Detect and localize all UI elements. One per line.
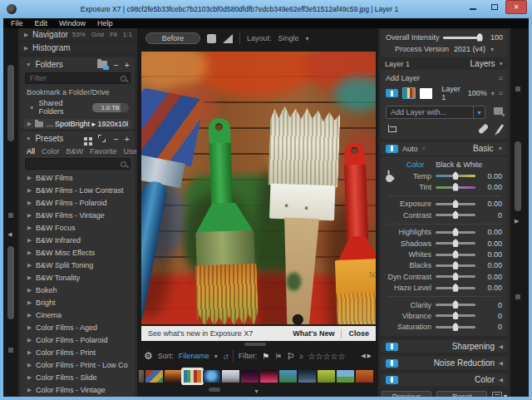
preset-group[interactable]: ▶B&W Films - Polaroid bbox=[21, 196, 135, 209]
filmstrip-thumbnail[interactable] bbox=[139, 370, 144, 383]
chevron-left-icon[interactable]: ◀ bbox=[499, 377, 503, 383]
photo-canvas[interactable]: 50 bbox=[141, 52, 376, 324]
exposure-slider[interactable] bbox=[436, 203, 475, 205]
reset-button[interactable]: Reset bbox=[436, 391, 486, 397]
filmstrip-thumbnail[interactable] bbox=[145, 370, 163, 383]
chevron-down-icon[interactable]: ▼ bbox=[498, 146, 503, 151]
chevron-down-icon[interactable]: ▾ bbox=[491, 90, 495, 97]
clarity-slider[interactable] bbox=[436, 304, 475, 306]
layer-name[interactable]: Layer 1 bbox=[441, 85, 464, 101]
menu-edit[interactable]: Edit bbox=[35, 19, 48, 27]
copy-settings-icon[interactable] bbox=[492, 392, 502, 397]
haze-level-slider[interactable] bbox=[436, 287, 475, 289]
filmstrip-thumbnail[interactable] bbox=[298, 370, 316, 383]
layer-visibility-toggle[interactable] bbox=[386, 89, 398, 97]
add-layer-button[interactable]: Add Layer bbox=[386, 74, 420, 82]
layout-value[interactable]: Single bbox=[278, 34, 299, 42]
tab-color[interactable]: Color bbox=[406, 160, 425, 169]
minimize-button[interactable] bbox=[462, 0, 484, 13]
filmstrip-thumbnail[interactable] bbox=[241, 370, 259, 383]
maximize-button[interactable] bbox=[484, 0, 505, 13]
basic-enabled-toggle[interactable] bbox=[386, 145, 398, 153]
sharpening-panel-header[interactable]: Sharpening ◀ bbox=[381, 340, 508, 353]
filmstrip-thumbnail[interactable] bbox=[222, 370, 239, 383]
panel-splitter-handle[interactable] bbox=[515, 86, 520, 91]
title-bar[interactable]: Exposure X7 | c98cf2fe5b33fcebc7b2103cbf… bbox=[0, 0, 532, 18]
tab-black-white[interactable]: Black & White bbox=[436, 160, 482, 169]
color-panel-header[interactable]: Color ◀ bbox=[381, 373, 508, 386]
collapse-right-panel-icon[interactable]: ▶ bbox=[515, 218, 519, 225]
star-rating-filter[interactable]: ☆☆☆☆☆ bbox=[308, 352, 346, 361]
chevron-down-icon[interactable]: ▾ bbox=[306, 35, 309, 42]
preset-group[interactable]: ▶B&W Films - Low Contrast bbox=[21, 184, 135, 196]
preset-group[interactable]: ▶B&W Infrared bbox=[21, 234, 135, 246]
noise-reduction-panel-header[interactable]: Noise Reduction ◀ bbox=[381, 357, 508, 369]
crop-icon[interactable] bbox=[387, 125, 396, 133]
split-view-icon[interactable] bbox=[223, 34, 233, 43]
panel-splitter-handle[interactable] bbox=[8, 348, 13, 353]
scroll-left-icon[interactable]: ◀ bbox=[361, 353, 365, 359]
whats-new-button[interactable]: What's New bbox=[293, 329, 334, 338]
flag-unflagged-icon[interactable]: ⚑ bbox=[287, 352, 294, 361]
auto-menu-icon[interactable]: ≡ bbox=[422, 146, 426, 151]
collapse-left-panel-icon[interactable]: ◀ bbox=[7, 231, 12, 238]
scrollbar[interactable] bbox=[515, 141, 521, 211]
brush-icon[interactable] bbox=[496, 124, 504, 134]
tab-color[interactable]: Color bbox=[42, 147, 60, 156]
auto-button[interactable]: Auto bbox=[402, 145, 418, 153]
preset-group[interactable]: ▶Bokeh bbox=[21, 284, 135, 296]
grid-view-icon[interactable] bbox=[84, 137, 87, 141]
panel-splitter-handle[interactable] bbox=[515, 294, 520, 299]
saturation-slider[interactable] bbox=[436, 326, 475, 328]
scrollbar[interactable] bbox=[7, 246, 14, 319]
actual-size-button[interactable]: 1:1 bbox=[123, 31, 132, 38]
chevron-down-icon[interactable]: ▾ bbox=[490, 46, 494, 53]
close-button[interactable]: ✕ bbox=[505, 0, 527, 14]
shared-folders-item[interactable]: ▼ Shared Folders 1.0 TB bbox=[21, 97, 135, 117]
filmstrip-thumbnail[interactable] bbox=[337, 370, 354, 383]
chevron-left-icon[interactable]: ◀ bbox=[499, 343, 503, 350]
add-folder-button[interactable]: + bbox=[125, 60, 130, 70]
filmstrip-thumbnail[interactable] bbox=[203, 370, 220, 383]
filmstrip-thumbnail[interactable] bbox=[318, 370, 335, 383]
layer-menu-icon[interactable]: ≡ bbox=[499, 74, 503, 82]
basic-panel-header[interactable]: Auto ≡ Basic ▼ bbox=[381, 142, 508, 155]
previous-button[interactable]: Previous bbox=[382, 391, 431, 397]
contrast-slider[interactable] bbox=[436, 214, 475, 216]
process-version-value[interactable]: 2021 (v4) bbox=[454, 45, 485, 53]
layer-opacity[interactable]: 100% bbox=[468, 89, 487, 97]
rating-threshold-icon[interactable]: ≥ bbox=[299, 353, 303, 360]
filmstrip-scrollbar[interactable] bbox=[209, 388, 220, 392]
dyn-contrast-slider[interactable] bbox=[436, 275, 475, 278]
sharpening-enabled-toggle[interactable] bbox=[386, 343, 398, 351]
highlights-slider[interactable] bbox=[436, 231, 475, 234]
preset-group[interactable]: ▶B&W Focus bbox=[21, 221, 135, 234]
chevron-down-icon[interactable]: ▾ bbox=[214, 353, 218, 360]
menu-help[interactable]: Help bbox=[97, 19, 113, 27]
add-layer-with-dropdown[interactable]: Add Layer with... ▾ bbox=[386, 106, 485, 119]
sort-direction-icon[interactable]: ↓↑ bbox=[223, 352, 228, 361]
panel-splitter-handle[interactable] bbox=[8, 213, 13, 218]
grid-button[interactable]: Grid bbox=[91, 31, 104, 38]
layers-panel-label[interactable]: Layers bbox=[470, 59, 495, 68]
single-view-icon[interactable] bbox=[207, 34, 216, 43]
add-preset-button[interactable]: + bbox=[125, 134, 130, 144]
scrollbar[interactable] bbox=[7, 65, 14, 141]
flag-pick-icon[interactable]: ⚑ bbox=[262, 352, 269, 361]
filmstrip-drag-handle[interactable] bbox=[244, 343, 266, 346]
new-layer-icon[interactable] bbox=[494, 107, 503, 115]
filmstrip-thumbnail-selected[interactable] bbox=[184, 370, 201, 383]
preset-group[interactable]: ▶Color Films - Polaroid bbox=[21, 333, 135, 346]
filmstrip-thumbnail[interactable] bbox=[165, 370, 182, 383]
whites-slider[interactable] bbox=[436, 254, 475, 256]
preset-search-input[interactable] bbox=[26, 159, 130, 169]
chevron-left-icon[interactable]: ◀ bbox=[499, 360, 503, 367]
gear-icon[interactable]: ⚙ bbox=[144, 350, 153, 362]
remove-folder-button[interactable]: − bbox=[113, 60, 118, 70]
collapse-filmstrip-icon[interactable]: ▼ bbox=[254, 388, 259, 394]
histogram-header[interactable]: ▶ Histogram bbox=[18, 42, 137, 55]
preset-group[interactable]: ▶B&W Films - Vintage bbox=[21, 209, 135, 221]
preset-group[interactable]: ▶Bright bbox=[21, 296, 135, 309]
noise-reduction-enabled-toggle[interactable] bbox=[386, 359, 398, 368]
presets-header[interactable]: ▼ Presets − + bbox=[21, 131, 135, 146]
